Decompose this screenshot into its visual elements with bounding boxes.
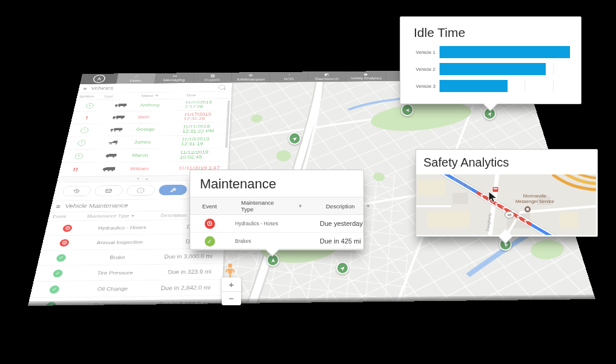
vehicle-row[interactable]: Marco 11/12/2019 10:02:45 <box>61 148 228 163</box>
chart-row: Vehicle 3 <box>406 80 572 92</box>
maintenance-card-title: Maintenance <box>200 176 363 192</box>
search-icon[interactable] <box>219 85 225 89</box>
maintenance-card: Maintenance Event Maintenance Type▾ Desc… <box>190 170 364 250</box>
semi-truck-icon <box>96 127 136 132</box>
history-button[interactable] <box>62 186 91 197</box>
info-icon: i <box>137 188 145 193</box>
zoom-out-button[interactable]: − <box>222 292 241 306</box>
stage: A ⌂ Home ✉ Messaging ▤ Reports ⚙ Adminis… <box>0 0 616 364</box>
tab-dashboards[interactable]: ◩ Dashboards <box>308 71 346 82</box>
bar-vehicle-3 <box>440 80 508 92</box>
tab-safety-analytics[interactable]: ◉ Safety Analytics <box>346 71 387 81</box>
incident-vehicle-icon[interactable] <box>492 187 498 192</box>
vehicle-map-marker[interactable] <box>336 262 349 274</box>
overdue-clock-icon <box>59 239 70 247</box>
route-shield-number: 48 <box>508 213 511 217</box>
alert-icon: ! <box>85 115 89 120</box>
bar-vehicle-2 <box>440 63 546 75</box>
zoom-in-button[interactable]: + <box>222 277 241 292</box>
semi-truck-icon <box>101 103 140 108</box>
info-button[interactable]: i <box>126 185 155 196</box>
safety-analytics-card-title: Safety Analytics <box>423 156 597 170</box>
pickup-icon <box>94 140 134 145</box>
idle-time-card-title: Idle Time <box>414 25 581 40</box>
alert-icon: !! <box>73 167 79 172</box>
check-icon: ✓ <box>49 285 61 294</box>
safety-mini-map[interactable]: Mosside Blvd Daugherty 48 Monroeville Me… <box>416 174 596 235</box>
clock-icon: ◔ <box>287 73 290 77</box>
maintenance-row[interactable]: ✓ Brake Due in 3,000.0 mi <box>37 248 224 266</box>
sort-caret-icon[interactable]: ▾ <box>361 203 376 209</box>
analytics-icon: ◉ <box>363 73 368 76</box>
vehicle-row[interactable]: James 11/10/2019 12:31:19 <box>65 135 230 150</box>
maintenance-row[interactable]: ✓ Oil Change Due in 2,842.0 mi <box>30 280 222 298</box>
chevron-down-icon: ▾ <box>137 177 139 180</box>
chart-row: Vehicle 2 <box>406 63 572 75</box>
tab-reports[interactable]: ▤ Reports <box>193 73 232 84</box>
menu-icon[interactable]: ≡ <box>55 203 61 210</box>
gear-icon: ⚙ <box>248 74 253 78</box>
semi-truck-icon <box>99 115 138 120</box>
messages-button[interactable] <box>94 185 124 196</box>
tab-messaging[interactable]: ✉ Messaging <box>155 73 194 84</box>
maintenance-card-columns: Event Maintenance Type▾ Description▾ <box>190 197 363 215</box>
filter-icon[interactable] <box>155 94 159 96</box>
app-logo-icon: A <box>93 74 106 82</box>
sort-caret-icon[interactable]: ▾ <box>131 214 134 217</box>
category-label: Vehicle 1 <box>406 50 439 55</box>
recent-clock-icon <box>74 153 83 159</box>
idle-time-bar-chart: Vehicle 1 Vehicle 2 Vehicle 3 <box>406 46 572 92</box>
poi-marker[interactable] <box>525 207 531 213</box>
recent-clock-icon <box>80 127 89 133</box>
vehicle-row[interactable]: George 11/11/2019 12:31:22 PM <box>68 122 230 136</box>
recent-clock-icon <box>77 140 86 145</box>
tab-home[interactable]: ⌂ Home <box>116 73 156 84</box>
bar-vehicle-1 <box>440 46 570 58</box>
vehicle-row[interactable]: ! Beth 11/17/2019 12:31:26 <box>71 110 231 124</box>
overdue-clock-icon <box>205 219 215 229</box>
app-logo-tab[interactable]: A <box>80 73 118 84</box>
category-label: Vehicle 3 <box>406 84 439 89</box>
poi-label: Monroeville <box>523 193 546 199</box>
check-icon: ✓ <box>56 254 67 262</box>
envelope-icon: ✉ <box>173 74 177 78</box>
map-zoom-control: + − <box>222 277 241 305</box>
chevron-up-icon: ▴ <box>145 177 148 180</box>
vehicle-row[interactable]: Anthony 11/27/2019 2:17:28 <box>73 99 231 112</box>
chart-row: Vehicle 1 <box>406 46 572 58</box>
vehicle-map-marker[interactable] <box>401 104 414 116</box>
category-label: Vehicle 2 <box>406 67 439 72</box>
box-truck-icon <box>88 167 130 172</box>
poi-label: Messenger Service <box>515 199 554 204</box>
check-icon: ✓ <box>52 270 63 277</box>
tab-hos[interactable]: ◔ HOS <box>270 71 308 82</box>
ignition-on-icon <box>85 103 94 108</box>
menu-icon[interactable]: ≡ <box>82 86 87 91</box>
sort-caret-icon[interactable]: ▾ <box>293 203 308 209</box>
dashboard-icon: ◩ <box>324 73 329 76</box>
van-icon <box>91 153 132 159</box>
idle-time-card: Idle Time Vehicle 1 Vehicle 2 Vehicle 3 <box>400 16 581 104</box>
maintenance-row[interactable]: ✓ Tire Pressure Due in 323.9 mi <box>33 264 223 282</box>
safety-analytics-card: Safety Analytics <box>416 149 598 237</box>
report-icon: ▤ <box>210 74 215 78</box>
maintenance-card-row: Hydraulics - Hoses Due yesterday <box>190 215 363 233</box>
home-icon: ⌂ <box>134 74 138 78</box>
vehicle-map-marker[interactable] <box>288 132 301 145</box>
check-icon: ✓ <box>205 236 215 247</box>
tab-administration[interactable]: ⚙ Administration <box>231 72 270 82</box>
maintenance-button[interactable] <box>159 185 188 196</box>
overdue-clock-icon <box>62 225 73 232</box>
vehicles-panel-title: Vehicles <box>91 85 219 91</box>
